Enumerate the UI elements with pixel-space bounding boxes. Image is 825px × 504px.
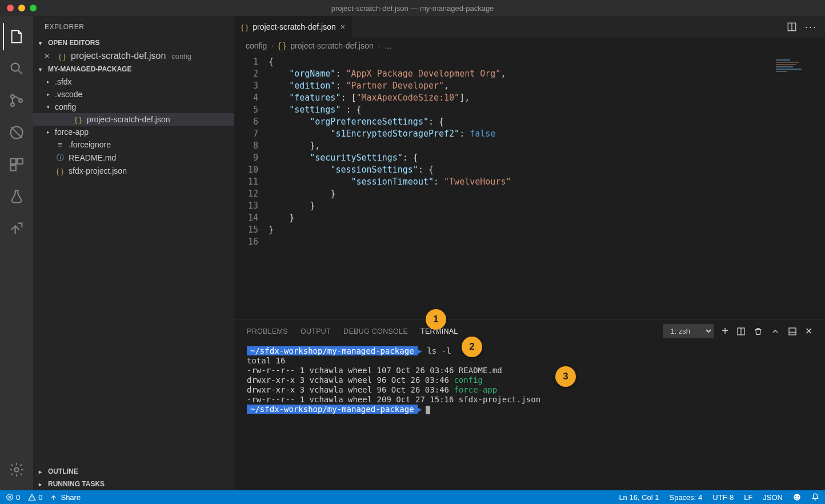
breadcrumb[interactable]: config › { } project-scratch-def.json › … — [234, 38, 825, 54]
more-actions-icon[interactable]: ··· — [805, 21, 817, 33]
split-editor-icon[interactable] — [787, 22, 797, 32]
live-share-activity-icon[interactable] — [3, 215, 30, 242]
breadcrumb-file[interactable]: project-scratch-def.json — [290, 41, 374, 50]
svg-rect-11 — [776, 62, 799, 63]
chevron-right-icon: ▸ — [39, 481, 46, 487]
status-encoding[interactable]: UTF-8 — [712, 493, 734, 502]
panel-tab-debug-console[interactable]: DEBUG CONSOLE — [343, 327, 408, 335]
file-icon: ≡ — [55, 141, 65, 149]
running-tasks-section[interactable]: ▸ RUNNING TASKS — [33, 478, 234, 490]
debug-activity-icon[interactable] — [3, 119, 30, 146]
open-editors-section[interactable]: ▾ OPEN EDITORS — [33, 37, 234, 49]
svg-rect-13 — [776, 66, 793, 67]
workspace-section[interactable]: ▾ MY-MANAGED-PACKAGE — [33, 63, 234, 75]
svg-rect-5 — [11, 159, 16, 164]
svg-point-0 — [11, 63, 19, 71]
svg-rect-10 — [776, 59, 790, 61]
terminal-selector[interactable]: 1: zsh — [663, 324, 714, 338]
bottom-panel: PROBLEMS OUTPUT DEBUG CONSOLE TERMINAL 1… — [234, 319, 825, 490]
file-tree: ▸.sfdx▸.vscode▾config{ }project-scratch-… — [33, 75, 234, 465]
close-panel-icon[interactable]: ✕ — [805, 326, 812, 337]
close-icon[interactable]: × — [45, 51, 54, 61]
status-share[interactable]: Share — [50, 493, 81, 502]
chevron-right-icon: ▸ — [45, 91, 51, 97]
code-content[interactable]: { "orgName": "AppX Package Development O… — [269, 54, 825, 319]
chevron-right-icon: › — [378, 42, 381, 49]
open-editor-item[interactable]: × { } project-scratch-def.json config — [33, 49, 234, 63]
panel-tab-output[interactable]: OUTPUT — [301, 327, 331, 335]
panel-tabs: PROBLEMS OUTPUT DEBUG CONSOLE TERMINAL 1… — [234, 319, 825, 342]
callout-3: 3 — [555, 366, 576, 387]
chevron-right-icon: ▸ — [45, 129, 51, 135]
tree-item[interactable]: ⓘREADME.md — [33, 151, 234, 165]
tree-item-label: README.md — [69, 153, 116, 162]
chevron-down-icon: ▾ — [39, 66, 46, 73]
status-eol[interactable]: LF — [744, 493, 752, 502]
open-editor-filename: project-scratch-def.json — [71, 51, 166, 61]
source-control-activity-icon[interactable] — [3, 87, 30, 114]
svg-point-8 — [15, 468, 19, 472]
tree-item[interactable]: ▸force-app — [33, 126, 234, 138]
svg-rect-14 — [776, 69, 802, 70]
maximize-window-button[interactable] — [30, 5, 37, 11]
scroll-up-icon[interactable] — [771, 327, 780, 336]
status-warnings[interactable]: 0 — [28, 493, 42, 502]
svg-point-21 — [798, 496, 799, 497]
svg-rect-17 — [789, 328, 796, 335]
status-feedback-icon[interactable] — [793, 493, 801, 502]
svg-point-20 — [795, 496, 796, 497]
editor-tabs: { } project-scratch-def.json × ··· — [234, 16, 825, 38]
activity-bar — [0, 16, 33, 490]
explorer-activity-icon[interactable] — [3, 23, 30, 50]
test-activity-icon[interactable] — [3, 183, 30, 210]
open-editor-detail: config — [171, 52, 191, 61]
minimap[interactable] — [775, 58, 820, 87]
split-terminal-icon[interactable] — [736, 327, 746, 336]
callout-2: 2 — [462, 337, 482, 357]
svg-rect-7 — [11, 165, 16, 170]
status-language[interactable]: JSON — [763, 493, 783, 502]
status-indentation[interactable]: Spaces: 4 — [669, 493, 702, 502]
chevron-right-icon: ▸ — [39, 469, 46, 475]
breadcrumb-folder[interactable]: config — [246, 41, 267, 50]
close-window-button[interactable] — [7, 5, 14, 11]
svg-rect-6 — [17, 159, 22, 164]
tree-item[interactable]: ▸.vscode — [33, 88, 234, 101]
svg-rect-12 — [776, 64, 796, 65]
tree-item[interactable]: ▸.sfdx — [33, 75, 234, 88]
settings-gear-icon[interactable] — [3, 456, 30, 483]
chevron-down-icon: ▾ — [45, 104, 51, 110]
code-editor[interactable]: 12345678910111213141516 { "orgName": "Ap… — [234, 54, 825, 319]
tab-filename: project-scratch-def.json — [253, 22, 336, 31]
minimize-window-button[interactable] — [18, 5, 25, 11]
tree-item-label: .vscode — [55, 90, 82, 99]
kill-terminal-icon[interactable] — [754, 327, 763, 336]
tree-item[interactable]: { }project-scratch-def.json — [33, 113, 234, 126]
json-file-icon: { } — [241, 23, 248, 31]
status-notifications-icon[interactable] — [811, 493, 819, 502]
panel-tab-problems[interactable]: PROBLEMS — [247, 327, 288, 335]
outline-label: OUTLINE — [48, 467, 78, 475]
running-tasks-label: RUNNING TASKS — [48, 480, 105, 488]
outline-section[interactable]: ▸ OUTLINE — [33, 465, 234, 478]
tree-item[interactable]: ▾config — [33, 101, 234, 113]
svg-point-3 — [19, 99, 22, 102]
window-title: project-scratch-def.json — my-managed-pa… — [331, 4, 494, 13]
editor-tab[interactable]: { } project-scratch-def.json × — [234, 16, 353, 38]
extensions-activity-icon[interactable] — [3, 151, 30, 178]
status-cursor-position[interactable]: Ln 16, Col 1 — [619, 493, 659, 502]
tree-item-label: force-app — [55, 127, 89, 137]
tree-item[interactable]: ≡.forceignore — [33, 138, 234, 151]
maximize-panel-icon[interactable] — [788, 327, 797, 336]
status-errors[interactable]: 0 — [6, 493, 20, 502]
new-terminal-icon[interactable]: + — [722, 325, 728, 338]
editor-area: { } project-scratch-def.json × ··· confi… — [234, 16, 825, 490]
tree-item-label: config — [55, 102, 76, 111]
breadcrumb-more[interactable]: ... — [385, 41, 391, 50]
close-tab-icon[interactable]: × — [341, 22, 345, 31]
search-activity-icon[interactable] — [3, 55, 30, 82]
svg-rect-15 — [776, 71, 787, 72]
explorer-sidebar: EXPLORER ▾ OPEN EDITORS × { } project-sc… — [33, 16, 234, 490]
tree-item[interactable]: { }sfdx-project.json — [33, 165, 234, 177]
terminal-content[interactable]: ~/sfdx-workshop/my-managed-package▶ ls -… — [234, 342, 825, 490]
